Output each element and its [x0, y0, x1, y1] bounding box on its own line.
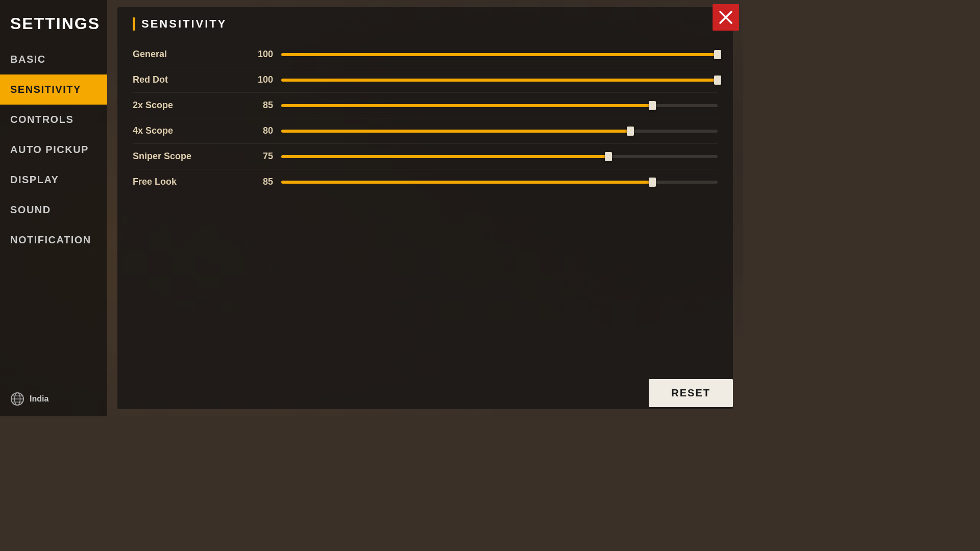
sidebar-item-basic[interactable]: BASIC [0, 44, 107, 74]
slider-thumb-2[interactable] [649, 101, 656, 110]
sidebar-item-auto-pickup[interactable]: AUTO PICKUP [0, 135, 107, 165]
slider-label-1: Red Dot [133, 74, 245, 85]
slider-thumb-0[interactable] [714, 50, 721, 59]
slider-track-2[interactable] [281, 101, 718, 110]
sidebar-footer: India [0, 382, 107, 416]
slider-track-fill-4 [281, 155, 608, 158]
slider-row-sniper-scope: Sniper Scope 75 [133, 144, 718, 169]
slider-track-3[interactable] [281, 127, 718, 136]
slider-value-0: 100 [245, 49, 273, 60]
content-box: SENSITIVITY General 100 Red Dot 100 2x S… [117, 7, 733, 409]
sidebar-item-sound[interactable]: SOUND [0, 195, 107, 225]
slider-track-fill-5 [281, 181, 652, 184]
slider-label-2: 2x Scope [133, 100, 245, 111]
slider-track-0[interactable] [281, 50, 718, 59]
sidebar-item-display[interactable]: DISPLAY [0, 165, 107, 195]
slider-thumb-4[interactable] [605, 152, 612, 161]
slider-value-3: 80 [245, 126, 273, 136]
sidebar-item-sensitivity[interactable]: SENSITIVITY [0, 74, 107, 105]
slider-value-5: 85 [245, 177, 273, 187]
slider-row-red-dot: Red Dot 100 [133, 67, 718, 93]
slider-track-fill-0 [281, 53, 718, 56]
slider-label-0: General [133, 49, 245, 60]
slider-track-1[interactable] [281, 76, 718, 85]
slider-track-4[interactable] [281, 152, 718, 161]
sidebar: SETTINGS BASIC SENSITIVITY CONTROLS AUTO… [0, 0, 107, 416]
reset-button[interactable]: RESET [649, 379, 733, 407]
sidebar-item-controls[interactable]: CONTROLS [0, 105, 107, 135]
sidebar-item-notification[interactable]: NOTIFICATION [0, 225, 107, 255]
slider-label-4: Sniper Scope [133, 151, 245, 162]
settings-title: SETTINGS [0, 5, 107, 44]
region-label: India [30, 394, 48, 404]
slider-row-general: General 100 [133, 42, 718, 67]
globe-icon [10, 392, 24, 406]
slider-thumb-3[interactable] [627, 127, 634, 136]
slider-track-5[interactable] [281, 178, 718, 187]
section-title: SENSITIVITY [141, 17, 227, 31]
slider-label-5: Free Look [133, 177, 245, 187]
slider-label-3: 4x Scope [133, 126, 245, 136]
slider-thumb-1[interactable] [714, 76, 721, 85]
slider-track-fill-2 [281, 104, 652, 107]
slider-track-fill-1 [281, 79, 718, 82]
slider-value-2: 85 [245, 100, 273, 111]
slider-row-free-look: Free Look 85 [133, 169, 718, 194]
slider-thumb-5[interactable] [649, 178, 656, 187]
sliders-container: General 100 Red Dot 100 2x Scope 85 4x S… [133, 42, 718, 194]
slider-row-2x-scope: 2x Scope 85 [133, 93, 718, 118]
slider-track-fill-3 [281, 130, 630, 133]
section-header: SENSITIVITY [133, 17, 718, 31]
close-button[interactable] [713, 4, 739, 31]
slider-row-4x-scope: 4x Scope 80 [133, 118, 718, 144]
section-accent [133, 17, 135, 31]
slider-value-4: 75 [245, 151, 273, 162]
slider-value-1: 100 [245, 74, 273, 85]
main-panel: SENSITIVITY General 100 Red Dot 100 2x S… [107, 0, 743, 416]
